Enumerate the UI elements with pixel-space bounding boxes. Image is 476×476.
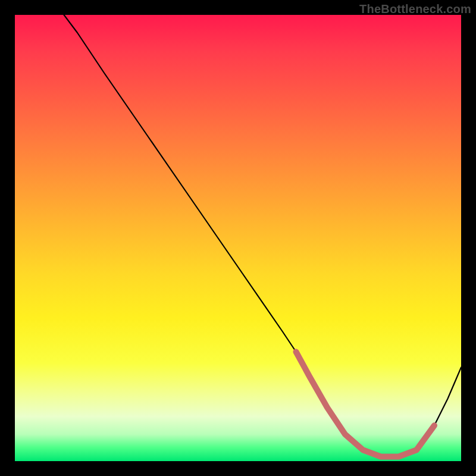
- chart-frame: TheBottleneck.com: [0, 0, 476, 476]
- plot-area: [15, 15, 461, 461]
- curve-svg: [15, 15, 461, 461]
- valley-highlight: [296, 352, 435, 456]
- watermark-text: TheBottleneck.com: [359, 2, 471, 16]
- main-curve: [64, 15, 462, 457]
